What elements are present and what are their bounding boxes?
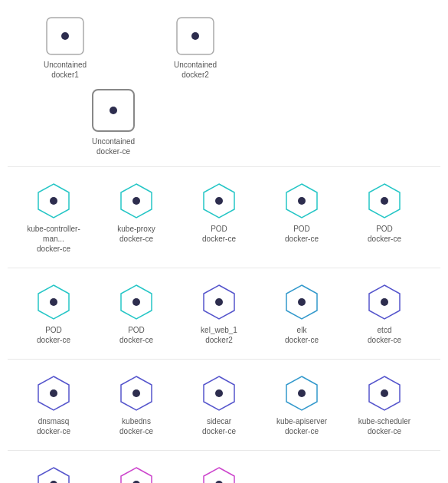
divider-1 (8, 166, 440, 167)
node-kube-apiserver-label: kube-apiserverdocker-ce (276, 416, 327, 436)
node-kel-redis1[interactable]: kel_redis_1docker2 (19, 465, 88, 483)
node-elk-label: elkdocker-ce (285, 325, 319, 345)
node-dnsmasq[interactable]: dnsmasqdocker-ce (19, 373, 88, 436)
node-pod-4[interactable]: PODdocker-ce (19, 282, 88, 345)
node-elk[interactable]: elkdocker-ce (267, 282, 336, 345)
node-kube-scheduler[interactable]: kube-schedulerdocker-ce (350, 373, 419, 436)
node-pod-1[interactable]: PODdocker-ce (185, 181, 253, 254)
node-pod-1-label: PODdocker-ce (202, 224, 236, 244)
node-docker2-label: Uncontaineddocker2 (174, 60, 217, 80)
node-pod-2-label: PODdocker-ce (285, 224, 319, 244)
grid-row-4: kel_redis_1docker2 weavedocker-ce weave-… (8, 457, 440, 483)
node-kube-apiserver[interactable]: kube-apiserverdocker-ce (267, 373, 336, 436)
divider-4 (8, 450, 440, 451)
node-docker2[interactable]: Uncontaineddocker2 (161, 15, 230, 80)
divider-3 (8, 359, 440, 360)
node-kubedns[interactable]: kubednsdocker-ce (102, 373, 171, 436)
node-kube-scheduler-label: kube-schedulerdocker-ce (358, 416, 410, 436)
node-pod-4-label: PODdocker-ce (37, 325, 70, 345)
node-etcd-label: etcddocker-ce (368, 325, 401, 345)
node-pod-5-label: PODdocker-ce (119, 325, 153, 345)
node-kube-controller-label: kube-controller-man...docker-ce (19, 224, 88, 254)
node-docker-ce[interactable]: Uncontaineddocker-ce (79, 87, 148, 156)
node-kel-web1-label: kel_web_1docker2 (201, 325, 237, 345)
node-kubedns-label: kubednsdocker-ce (119, 416, 153, 436)
node-docker-ce-label: Uncontaineddocker-ce (92, 136, 135, 156)
node-kube-proxy-label: kube-proxydocker-ce (117, 224, 155, 244)
node-sidecar[interactable]: sidecardocker-ce (185, 373, 253, 436)
node-weave[interactable]: weavedocker-ce (102, 465, 171, 483)
grid-row-3: dnsmasqdocker-ce kubednsdocker-ce sideca… (8, 366, 440, 444)
node-etcd[interactable]: etcddocker-ce (350, 282, 419, 345)
node-pod-3[interactable]: PODdocker-ce (350, 181, 419, 254)
node-docker1-label: Uncontained docker1 (31, 60, 100, 80)
grid-row-2: PODdocker-ce PODdocker-ce kel_web_1docke… (8, 274, 440, 353)
node-weave-npc[interactable]: weave-npcdocker-ce (185, 465, 253, 483)
node-kel-web1[interactable]: kel_web_1docker2 (185, 282, 253, 345)
node-pod-2[interactable]: PODdocker-ce (267, 181, 336, 254)
node-sidecar-label: sidecardocker-ce (202, 416, 236, 436)
node-kube-controller[interactable]: kube-controller-man...docker-ce (19, 181, 88, 254)
grid-row-1: kube-controller-man...docker-ce kube-pro… (8, 173, 440, 261)
node-dnsmasq-label: dnsmasqdocker-ce (37, 416, 70, 436)
node-docker1[interactable]: Uncontained docker1 (31, 15, 100, 80)
node-kube-proxy[interactable]: kube-proxydocker-ce (102, 181, 171, 254)
node-pod-5[interactable]: PODdocker-ce (102, 282, 171, 345)
node-pod-3-label: PODdocker-ce (368, 224, 401, 244)
diagram-container: Uncontained docker1 Uncontaineddocker2 (0, 0, 448, 483)
divider-2 (8, 268, 440, 268)
